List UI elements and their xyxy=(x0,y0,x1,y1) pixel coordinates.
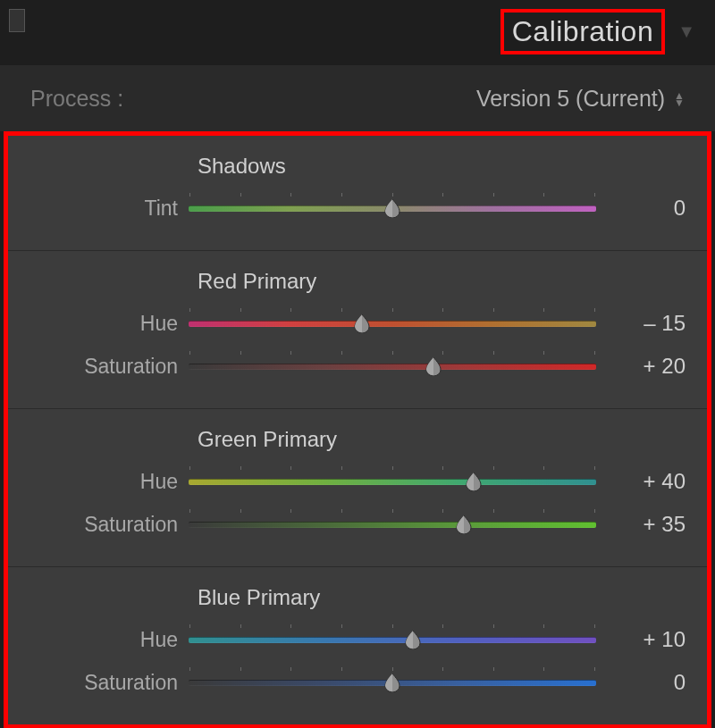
green-sat-slider[interactable] xyxy=(189,514,596,535)
blue-sat-slider[interactable] xyxy=(189,672,596,693)
panel-toggle[interactable] xyxy=(9,9,25,32)
slider-thumb-icon[interactable] xyxy=(383,198,401,218)
red-sat-label: Saturation xyxy=(29,355,189,379)
red-hue-row: Hue – 15 xyxy=(29,306,686,340)
red-hue-value[interactable]: – 15 xyxy=(596,311,686,336)
red-hue-label: Hue xyxy=(29,312,189,336)
slider-thumb-icon[interactable] xyxy=(353,314,371,333)
slider-thumb-icon[interactable] xyxy=(404,630,422,649)
panel-header: Calibration ▼ xyxy=(0,0,715,66)
slider-thumb-icon[interactable] xyxy=(383,673,401,692)
blue-sat-label: Saturation xyxy=(29,671,189,695)
green-sat-row: Saturation + 35 xyxy=(29,507,686,541)
process-dropdown[interactable]: Version 5 (Current) ▲▼ xyxy=(476,86,685,112)
green-sat-label: Saturation xyxy=(29,513,189,537)
blue-hue-row: Hue + 10 xyxy=(29,623,686,657)
calibration-panel: Calibration ▼ Process : Version 5 (Curre… xyxy=(0,0,715,728)
red-sat-value[interactable]: + 20 xyxy=(596,354,686,379)
green-primary-group: Green Primary Hue + 40 Saturation xyxy=(8,408,707,566)
shadows-group: Shadows Tint 0 xyxy=(8,136,707,250)
blue-hue-label: Hue xyxy=(29,628,189,652)
green-hue-row: Hue + 40 xyxy=(29,464,686,498)
sliders-container: Shadows Tint 0 Red Primary Hue xyxy=(4,131,711,728)
process-row: Process : Version 5 (Current) ▲▼ xyxy=(0,66,715,131)
red-sat-slider[interactable] xyxy=(189,356,596,377)
red-primary-group: Red Primary Hue – 15 Saturation xyxy=(8,250,707,408)
process-label: Process : xyxy=(30,86,123,112)
panel-title[interactable]: Calibration xyxy=(500,9,665,54)
blue-primary-group: Blue Primary Hue + 10 Saturation xyxy=(8,566,707,724)
updown-icon: ▲▼ xyxy=(674,92,685,106)
shadows-tint-label: Tint xyxy=(29,197,189,221)
green-hue-value[interactable]: + 40 xyxy=(596,469,686,494)
blue-primary-title: Blue Primary xyxy=(198,585,686,610)
green-sat-value[interactable]: + 35 xyxy=(596,512,686,537)
slider-thumb-icon[interactable] xyxy=(425,356,442,376)
slider-thumb-icon[interactable] xyxy=(465,472,483,491)
shadows-tint-value[interactable]: 0 xyxy=(596,196,686,221)
blue-hue-slider[interactable] xyxy=(189,629,596,650)
process-value-text: Version 5 (Current) xyxy=(476,86,665,112)
green-primary-title: Green Primary xyxy=(198,427,686,452)
red-primary-title: Red Primary xyxy=(198,269,686,294)
red-sat-row: Saturation + 20 xyxy=(29,349,686,383)
blue-sat-value[interactable]: 0 xyxy=(596,670,686,695)
shadows-tint-slider[interactable] xyxy=(189,197,596,219)
blue-hue-value[interactable]: + 10 xyxy=(596,627,686,652)
collapse-triangle-icon[interactable]: ▼ xyxy=(677,21,695,42)
shadows-title: Shadows xyxy=(198,154,686,179)
shadows-tint-row: Tint 0 xyxy=(29,191,686,225)
green-hue-slider[interactable] xyxy=(189,471,596,492)
blue-sat-row: Saturation 0 xyxy=(29,665,686,699)
red-hue-slider[interactable] xyxy=(189,313,596,334)
slider-thumb-icon[interactable] xyxy=(455,515,473,534)
green-hue-label: Hue xyxy=(29,470,189,494)
